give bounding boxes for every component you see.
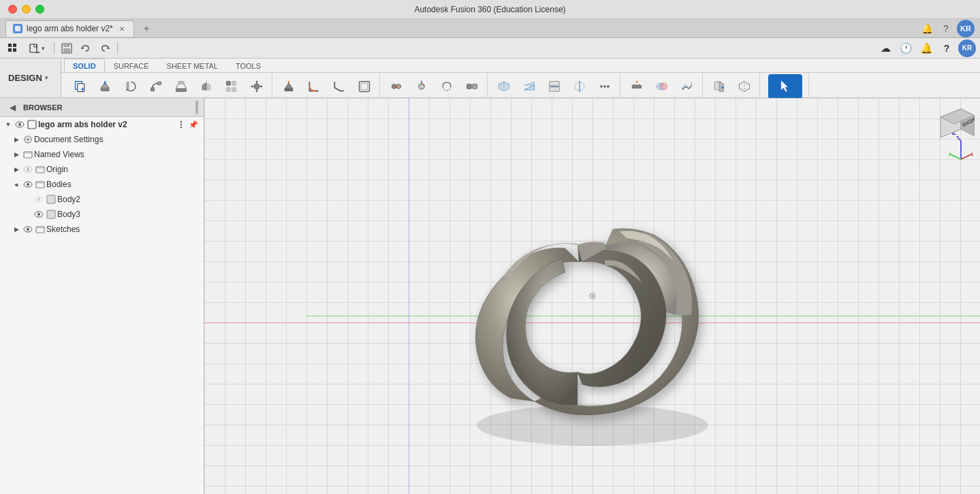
tree-item-bodies[interactable]: ▼ Bodies — [0, 177, 204, 192]
svg-rect-29 — [232, 88, 236, 92]
user-avatar[interactable]: KR — [957, 20, 975, 37]
svg-rect-103 — [36, 182, 44, 184]
apps-grid-button[interactable] — [4, 40, 22, 56]
eye-bodies[interactable] — [22, 178, 34, 191]
eye-root[interactable] — [14, 118, 26, 131]
eye-origin[interactable] — [22, 163, 34, 176]
pin-root[interactable]: 📌 — [187, 118, 200, 131]
extrude-button[interactable] — [93, 76, 118, 97]
title-bar: Autodesk Fusion 360 (Education License) — [0, 0, 980, 19]
measure-button[interactable] — [625, 76, 649, 97]
view-cube-widget[interactable]: Z RIGHT — [910, 103, 975, 168]
notification-icon[interactable]: 🔔 — [919, 20, 935, 37]
curvature-comb-button[interactable] — [675, 76, 699, 97]
joint-origin-button[interactable] — [409, 76, 434, 97]
label-document-settings: Document Settings — [34, 135, 200, 144]
redo-button[interactable] — [96, 40, 114, 56]
tree-item-origin[interactable]: ▶ Origin — [0, 162, 204, 177]
svg-marker-120 — [971, 152, 973, 157]
tree-item-body2[interactable]: Body2 — [0, 192, 204, 207]
chamfer-button[interactable] — [327, 76, 351, 97]
svg-rect-39 — [285, 88, 293, 90]
axis-button[interactable] — [567, 76, 592, 97]
tab-file-icon — [13, 24, 22, 33]
sidebar-resize-handle[interactable] — [204, 98, 207, 494]
save-button[interactable] — [58, 40, 76, 56]
contact-sets-button[interactable] — [460, 76, 484, 97]
angle-plane-button[interactable] — [517, 76, 541, 97]
svg-rect-57 — [550, 82, 560, 86]
options-root[interactable] — [175, 118, 187, 131]
shell-button[interactable] — [352, 76, 377, 97]
eye-body2[interactable] — [33, 193, 45, 205]
file-menu-button[interactable]: ▾ — [23, 40, 50, 56]
ribbon: DESIGN ▾ SOLID SURFACE SHEET METAL TOOLS — [0, 59, 980, 98]
mirror-button[interactable] — [194, 76, 219, 97]
loft-button[interactable] — [169, 76, 193, 97]
browser-collapse-button[interactable]: ◀ — [5, 101, 19, 114]
eye-sketches[interactable] — [22, 223, 34, 235]
tab-surface[interactable]: SURFACE — [105, 59, 158, 72]
move-button[interactable] — [244, 76, 269, 97]
interference-button[interactable] — [650, 76, 674, 97]
eye-body3[interactable] — [33, 208, 45, 220]
tab-sheet-metal[interactable]: SHEET METAL — [158, 59, 227, 72]
expand-document-settings[interactable]: ▶ — [11, 134, 22, 145]
svg-point-87 — [180, 127, 182, 128]
user-avatar-toolbar[interactable]: KR — [958, 39, 976, 57]
tab-close-button[interactable]: ✕ — [117, 24, 127, 33]
bell-button[interactable]: 🔔 — [917, 40, 935, 56]
help-icon[interactable]: ? — [938, 20, 954, 37]
new-component-button[interactable] — [68, 76, 93, 97]
new-joint-button[interactable] — [384, 76, 409, 97]
undo-button[interactable] — [77, 40, 95, 56]
expand-sketches[interactable]: ▶ — [11, 224, 22, 235]
browser-resize-handle[interactable] — [195, 101, 198, 114]
expand-root[interactable]: ▼ — [3, 119, 14, 130]
insert-derive-button[interactable] — [707, 76, 731, 97]
icon-bodies — [34, 178, 46, 191]
tab-solid[interactable]: SOLID — [64, 59, 105, 72]
clock-button[interactable]: 🕐 — [897, 40, 915, 56]
pattern-button[interactable] — [219, 76, 244, 97]
3d-viewport[interactable]: Z RIGHT — [204, 98, 980, 494]
tree-item-document-settings[interactable]: ▶ Document Settings — [0, 132, 204, 147]
press-pull-button[interactable] — [276, 76, 301, 97]
tree-item-root[interactable]: ▼ lego arm abs holder v2 � — [0, 117, 204, 132]
svg-rect-17 — [101, 88, 109, 91]
svg-point-97 — [27, 168, 29, 171]
assemble-group-items — [384, 74, 484, 99]
expand-bodies[interactable]: ▼ — [11, 180, 22, 191]
new-tab-button[interactable]: ＋ — [138, 20, 155, 37]
center-indicator — [588, 291, 597, 301]
select-button[interactable] — [768, 74, 802, 99]
cloud-sync-button[interactable]: ☁ — [876, 40, 894, 56]
icon-origin — [34, 163, 46, 176]
revolve-button[interactable] — [118, 76, 143, 97]
midplane-button[interactable] — [542, 76, 567, 97]
insert-mesh-button[interactable] — [732, 76, 757, 97]
active-tab[interactable]: lego arm abs holder v2* ✕ — [5, 20, 134, 37]
tree-item-body3[interactable]: Body3 — [0, 207, 204, 222]
help-button[interactable]: ? — [938, 40, 955, 56]
minimize-button[interactable] — [22, 5, 31, 14]
tree-item-named-views[interactable]: ▶ Named Views — [0, 147, 204, 162]
design-menu-button[interactable]: DESIGN ▾ — [0, 59, 61, 97]
tab-tools[interactable]: TOOLS — [227, 59, 270, 72]
svg-rect-1 — [8, 44, 12, 47]
construct-more-button[interactable] — [592, 76, 617, 97]
svg-rect-58 — [550, 87, 560, 92]
toolbar-separator-1 — [54, 42, 54, 54]
expand-origin[interactable]: ▶ — [11, 164, 22, 175]
tree-item-sketches[interactable]: ▶ Sketches — [0, 222, 204, 237]
expand-named-views[interactable]: ▶ — [11, 149, 22, 160]
close-button[interactable] — [8, 5, 17, 14]
sweep-button[interactable] — [144, 76, 168, 97]
fillet-button[interactable] — [302, 76, 326, 97]
motion-link-button[interactable] — [434, 76, 459, 97]
maximize-button[interactable] — [35, 5, 44, 14]
label-body2: Body2 — [57, 195, 200, 204]
window-title: Autodesk Fusion 360 (Education License) — [414, 5, 565, 14]
offset-plane-button[interactable] — [492, 76, 516, 97]
svg-rect-0 — [15, 26, 20, 31]
